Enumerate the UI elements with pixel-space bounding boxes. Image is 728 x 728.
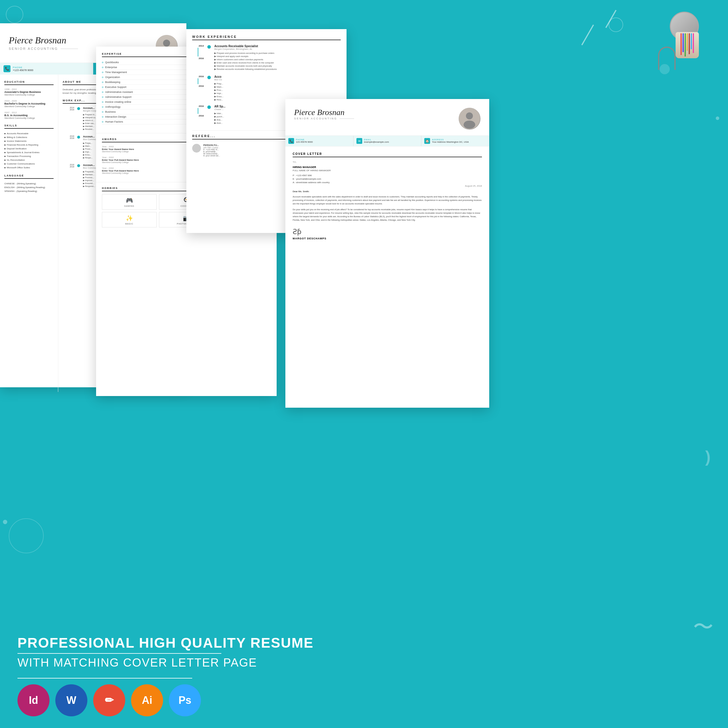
promo-block: PROFESSIONAL HIGH QUALITY RESUME WITH MA… bbox=[17, 635, 711, 679]
cover-email-icon: ✉ bbox=[356, 138, 362, 144]
work-years-3: 20162018 bbox=[63, 164, 74, 188]
hobby-gaming: 🎮 GAMING bbox=[102, 194, 157, 210]
magic-icon: ✨ bbox=[103, 215, 155, 222]
icon-keynote: ✏ bbox=[93, 684, 125, 716]
promo-text-1: PROFESSIONAL HIGH QUALITY RESUME bbox=[17, 635, 711, 651]
cover-salutation: Dear Ms. Smith: bbox=[293, 190, 482, 193]
svg-point-1 bbox=[163, 40, 170, 47]
skill-2: Billing & Collections bbox=[5, 135, 54, 139]
gaming-icon: 🎮 bbox=[103, 197, 155, 204]
we-years-1: 2014 2016 bbox=[192, 44, 204, 71]
work-exp-item-1: 2014 2016 Accounts Receivable Specialist… bbox=[192, 44, 341, 71]
we-b-2-2: ▶ Main... bbox=[214, 85, 341, 89]
language-title: LANGUAGE bbox=[5, 174, 54, 179]
language-section: LANGUAGE CHINESE - (Writing,Speaking) EN… bbox=[5, 174, 54, 193]
signature-name: MARGOT DESCHAMPS bbox=[293, 237, 482, 240]
skill-5: Deposit Verification bbox=[5, 147, 54, 151]
cover-manager-name: FULL NAME OF HIRING MANAGER bbox=[293, 169, 482, 172]
edu-school-3: Sternford Community College bbox=[5, 117, 54, 119]
word-label: W bbox=[66, 694, 76, 707]
cover-email-label: EMAIL bbox=[364, 139, 389, 141]
we-b-1-6: ▶ Resolve accounts receivable following … bbox=[214, 67, 341, 71]
edu-degree-2: Bachelor's Degree in Accounting bbox=[5, 102, 54, 105]
we-b-2-5: ▶ Ensu... bbox=[214, 95, 341, 98]
cover-name: Pierce Brosnan bbox=[294, 108, 354, 117]
ref-name-1: PERSON FU... bbox=[203, 144, 220, 147]
edu-years-1: 1998 - 2002 bbox=[5, 88, 54, 90]
cover-para-1: Account receivable specialists work with… bbox=[293, 195, 482, 206]
resume-left-col: EDUCATION 1998 - 2002 Associate's Degree… bbox=[0, 75, 58, 392]
svg-point-5 bbox=[463, 121, 475, 129]
we-dot-3 bbox=[207, 106, 211, 109]
we-dot-2 bbox=[207, 76, 211, 79]
ref-web-1: W: www.examp... bbox=[203, 153, 220, 154]
skill-10: Microsoft Office Suites bbox=[5, 166, 54, 170]
we-b-1-1: ▶ Prepare and process invoices according… bbox=[214, 52, 341, 55]
hobby-magic: ✨ MAGIC bbox=[102, 212, 157, 228]
cover-contact-e: E : yourmail@example.com bbox=[293, 177, 482, 180]
cover-signature: Ƨƥ MARGOT DESCHAMPS bbox=[293, 228, 482, 240]
cover-address-icon: 🏠 bbox=[424, 138, 430, 144]
edu-degree-1: Associate's Degree Business bbox=[5, 90, 54, 93]
icon-photoshop: Ps bbox=[169, 684, 201, 716]
bottom-section: PROFESSIONAL HIGH QUALITY RESUME WITH MA… bbox=[17, 635, 711, 716]
cover-name-block: Pierce Brosnan SENIOR ACCOUNTING bbox=[294, 108, 354, 120]
cover-contact-p: P : +123 4567 896 bbox=[293, 174, 482, 177]
work-exp-item-2: 2016 2016 Acco Box Co ▶ Prep... ▶ Main..… bbox=[192, 75, 341, 101]
photoshop-label: Ps bbox=[179, 694, 191, 707]
icon-indesign: Id bbox=[17, 684, 49, 716]
we-b-2-4: ▶ Impr... bbox=[214, 92, 341, 95]
skills-title: SKILLS bbox=[5, 124, 54, 129]
cover-contact-a: A : street/state address with country bbox=[293, 181, 482, 184]
indesign-label: Id bbox=[29, 694, 38, 707]
we-b-2-3: ▶ Proc... bbox=[214, 89, 341, 92]
phone-label: PHONE bbox=[13, 66, 33, 69]
ref-avatar-1 bbox=[192, 144, 201, 153]
phone-contact: 📞 PHONE +123 45678 9000 bbox=[0, 63, 93, 75]
bg-c-shape-2: ) bbox=[705, 447, 711, 466]
ref-phone-1: P: +123 4567 8... bbox=[203, 148, 220, 151]
edu-item-3: 2007 - 2012 B.S. in Accounting Sternford… bbox=[5, 111, 54, 119]
cover-photo bbox=[459, 108, 480, 130]
skill-7: Transaction Processing bbox=[5, 154, 54, 158]
cover-phone: 📞 PHONE 123 45678 9000 bbox=[285, 136, 353, 146]
phone-value: +123 45678 9000 bbox=[13, 69, 33, 72]
cover-address-val: Your Address Washington DC, USA bbox=[432, 141, 468, 143]
promo-underline-1 bbox=[17, 653, 221, 654]
edu-school-1: Sternford Community College bbox=[5, 93, 54, 96]
cover-phone-icon: 📞 bbox=[288, 138, 294, 144]
cover-email: ✉ EMAIL example@example.com bbox=[353, 136, 422, 146]
cover-address-label: ADDRESS bbox=[432, 139, 468, 141]
cover-email-val: example@example.com bbox=[364, 141, 389, 143]
lang-2: ENGLISH - (Writing,Speaking,Reading) bbox=[5, 185, 54, 189]
we-content-2: Acco Box Co ▶ Prep... ▶ Main... ▶ Proc..… bbox=[214, 75, 341, 101]
promo-underline-2 bbox=[17, 678, 192, 679]
education-section: EDUCATION 1998 - 2002 Associate's Degree… bbox=[5, 80, 54, 119]
phone-icon: 📞 bbox=[3, 65, 11, 72]
cover-body: COVER LETTER TO, HIRING MANAGER FULL NAM… bbox=[285, 147, 489, 246]
we-years-3: 2016 2016 bbox=[192, 105, 204, 125]
we-role-1: Accounts Receivable Specialist bbox=[214, 44, 341, 48]
lang-1: CHINESE - (Writing,Speaking) bbox=[5, 182, 54, 185]
bg-dots-2 bbox=[716, 116, 719, 120]
magic-label: MAGIC bbox=[103, 223, 155, 225]
we-years-2: 2016 2016 bbox=[192, 75, 204, 101]
skill-3: Invoice Statements bbox=[5, 139, 54, 143]
resume-card-cover-letter: Pierce Brosnan SENIOR ACCOUNTING 📞 PHONE… bbox=[285, 99, 489, 408]
work-exp-title: WORK EXPERIENCE bbox=[192, 35, 341, 40]
bg-dots-1 bbox=[3, 520, 7, 524]
promo-text-2: WITH MATCHING COVER LETTER PAGE bbox=[17, 656, 711, 669]
work-dot-1 bbox=[77, 107, 80, 110]
lang-3: SPANISH - (Speaking,Reading) bbox=[5, 189, 54, 193]
edu-years-3: 2007 - 2012 bbox=[5, 111, 54, 114]
ref-details-1: PERSON FU... Job Title / Comp... P: +123… bbox=[203, 144, 220, 157]
pencil-cup bbox=[652, 9, 711, 73]
icon-illustrator: Ai bbox=[131, 684, 163, 716]
work-years-2: 20162018 bbox=[63, 135, 74, 159]
skill-4: Financial Records & Reporting bbox=[5, 143, 54, 147]
edu-item-2: 2003 - 2006 Bachelor's Degree in Account… bbox=[5, 99, 54, 108]
cover-letter-title: COVER LETTER bbox=[293, 152, 482, 157]
skill-1: Accounts Receivable bbox=[5, 132, 54, 135]
we-content-1: Accounts Receivable Specialist Bergen Co… bbox=[214, 44, 341, 71]
skill-6: Spreadsheets & Journal Entries bbox=[5, 151, 54, 154]
